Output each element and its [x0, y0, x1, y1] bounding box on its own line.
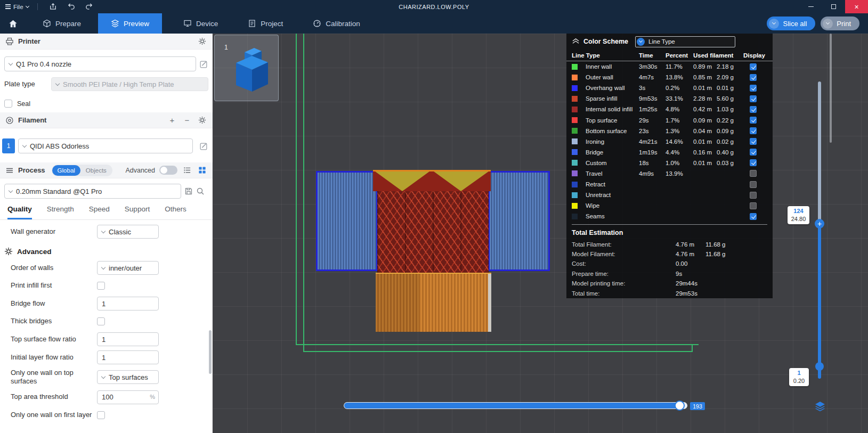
- legend-row: Outer wall 4m7s 13.8% 0.85 m 2.09 g: [566, 72, 773, 83]
- tab-others[interactable]: Others: [165, 205, 186, 219]
- scope-global-button[interactable]: Global: [52, 165, 80, 176]
- display-checkbox[interactable]: [750, 117, 757, 124]
- line-type-color-swatch: [572, 107, 578, 112]
- display-checkbox[interactable]: [750, 213, 757, 220]
- tab-quality[interactable]: Quality: [7, 205, 32, 219]
- tab-preview[interactable]: Preview: [98, 13, 162, 34]
- save-preset-button[interactable]: [184, 187, 193, 195]
- sidebar-scrollbar[interactable]: [209, 330, 212, 374]
- display-checkbox[interactable]: [750, 63, 757, 70]
- display-checkbox[interactable]: [750, 106, 757, 113]
- bottom-layer-number: 1: [791, 369, 807, 377]
- tab-device[interactable]: Device: [171, 13, 231, 34]
- 3d-viewport[interactable]: 1: [213, 34, 868, 433]
- layer-slider-top-handle[interactable]: +: [815, 219, 824, 228]
- file-menu[interactable]: File: [5, 4, 29, 10]
- close-button[interactable]: ×: [845, 0, 868, 13]
- printer-select[interactable]: Q1 Pro 0.4 nozzle: [4, 56, 196, 71]
- setting-row: Top surface flow ratio: [0, 330, 213, 348]
- plate-thumbnail[interactable]: 1: [214, 35, 279, 101]
- edit-filament-button[interactable]: [199, 142, 208, 151]
- percent-value: 13.8%: [666, 74, 693, 80]
- app-window: CHARIZARD.LOW.POLY File ×: [0, 0, 868, 433]
- line-type-color-swatch: [572, 170, 578, 176]
- top-surface-flow-ratio-input[interactable]: [97, 332, 159, 346]
- display-checkbox[interactable]: [750, 159, 757, 166]
- layer-slider-track[interactable]: [818, 81, 821, 379]
- sidebar-settings-panel: Printer Q1 Pro 0.4 nozzle Plate type Smo…: [0, 34, 213, 433]
- display-checkbox[interactable]: [750, 181, 757, 188]
- line-type-label: Inner wall: [586, 63, 639, 70]
- scope-objects-button[interactable]: Objects: [80, 167, 112, 174]
- color-scheme-select[interactable]: Line Type: [635, 36, 735, 47]
- edit-printer-button[interactable]: [199, 60, 208, 69]
- wall-generator-select[interactable]: Classic: [97, 225, 159, 239]
- filament-length-value: 2.28 m: [693, 95, 717, 102]
- parameter-list-button[interactable]: [182, 165, 192, 176]
- only-one-wall-top-select[interactable]: Top surfaces: [97, 370, 159, 384]
- tab-speed[interactable]: Speed: [89, 205, 110, 219]
- tab-label: Project: [261, 20, 283, 28]
- redo-button[interactable]: [83, 0, 96, 13]
- display-checkbox[interactable]: [750, 138, 757, 145]
- display-checkbox[interactable]: [750, 127, 757, 134]
- setting-label: Top area threshold: [11, 393, 97, 401]
- filament-settings-button[interactable]: [197, 115, 207, 126]
- legend-row: Seams: [566, 211, 773, 222]
- display-checkbox[interactable]: [750, 74, 757, 81]
- display-checkbox[interactable]: [750, 95, 757, 102]
- chevron-down-icon: [55, 81, 60, 85]
- layer-slider-bottom-handle[interactable]: [815, 362, 824, 371]
- process-preset-select[interactable]: 0.20mm Standard @Q1 Pro: [4, 184, 181, 199]
- slice-options-dropdown[interactable]: [769, 19, 779, 29]
- print-options-dropdown[interactable]: [823, 19, 833, 29]
- add-filament-button[interactable]: +: [167, 115, 177, 126]
- move-slider-track[interactable]: [344, 402, 687, 409]
- initial-layer-flow-ratio-input[interactable]: [97, 350, 159, 364]
- home-button[interactable]: [0, 13, 26, 34]
- tab-strength[interactable]: Strength: [47, 205, 74, 219]
- legend-row: Top surface 29s 1.7% 0.09 m 0.22 g: [566, 115, 773, 125]
- print-button[interactable]: Print: [821, 17, 859, 30]
- filament-length-value: 0.01 m: [693, 160, 717, 166]
- parameter-grid-button[interactable]: [197, 165, 207, 176]
- display-checkbox[interactable]: [750, 170, 757, 177]
- remove-filament-button[interactable]: −: [182, 115, 192, 126]
- display-checkbox[interactable]: [750, 149, 757, 156]
- display-checkbox[interactable]: [750, 85, 757, 92]
- search-preset-button[interactable]: [196, 187, 205, 195]
- display-checkbox[interactable]: [750, 192, 757, 199]
- col-line-type: Line Type: [572, 52, 639, 59]
- thick-bridges-checkbox[interactable]: [97, 317, 105, 325]
- undo-button[interactable]: [64, 0, 78, 13]
- filament-weight-value: 2.09 g: [717, 74, 743, 80]
- maximize-button[interactable]: [822, 0, 845, 13]
- filament-slot-1[interactable]: 1: [2, 138, 15, 153]
- order-of-walls-select[interactable]: inner/outer: [97, 261, 159, 275]
- printer-settings-button[interactable]: [197, 36, 207, 47]
- print-infill-first-checkbox[interactable]: [97, 282, 105, 290]
- setting-label: Order of walls: [11, 264, 97, 272]
- minimize-button[interactable]: [799, 0, 822, 13]
- tab-project[interactable]: Project: [235, 13, 296, 34]
- viewport-scrollbar[interactable]: [830, 34, 832, 143]
- time-value: 18s: [639, 160, 666, 166]
- tab-prepare[interactable]: Prepare: [30, 13, 94, 34]
- slice-all-button[interactable]: Slice all: [767, 17, 815, 30]
- advanced-toggle[interactable]: [159, 166, 177, 175]
- display-checkbox[interactable]: [750, 202, 757, 209]
- plate-type-select[interactable]: Smooth PEI Plate / High Temp Plate: [51, 77, 208, 91]
- seal-checkbox[interactable]: [4, 100, 12, 108]
- maximize-icon: [831, 4, 836, 9]
- line-type-color-swatch: [572, 214, 578, 219]
- layers-view-button[interactable]: [813, 399, 828, 414]
- only-one-wall-first-layer-checkbox[interactable]: [97, 411, 105, 419]
- tab-calibration[interactable]: Calibration: [300, 13, 373, 34]
- export-button[interactable]: [46, 0, 60, 13]
- move-slider-handle[interactable]: [675, 401, 685, 411]
- bridge-flow-input[interactable]: [97, 297, 159, 311]
- setting-label: Only one wall on first layer: [11, 411, 97, 419]
- total-estimation-title: Total Estimation: [566, 225, 773, 239]
- filament-select[interactable]: QIDI ABS Odorless: [18, 138, 193, 153]
- tab-support[interactable]: Support: [125, 205, 150, 219]
